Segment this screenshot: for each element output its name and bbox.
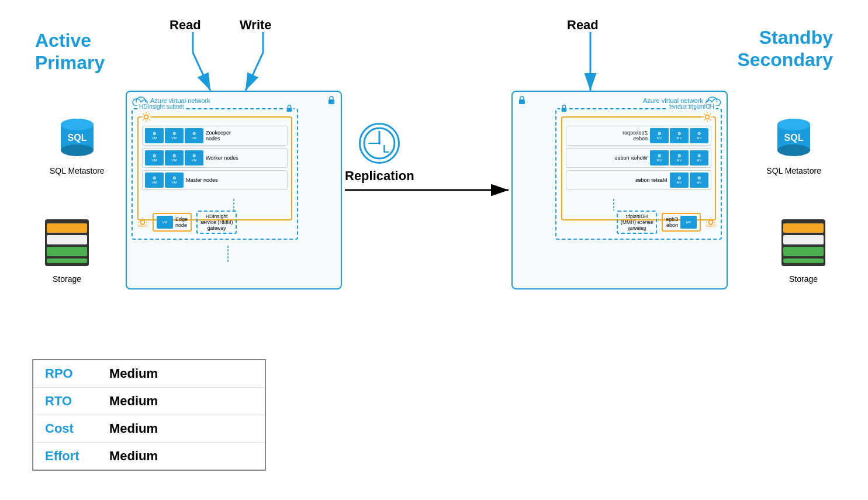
metrics-key-effort: Effort <box>45 449 92 464</box>
svg-rect-12 <box>47 235 87 244</box>
svg-point-7 <box>777 144 810 156</box>
replication-area: L Replication <box>345 123 414 184</box>
hdinsight-subnet-left-label: HDInsight subnet <box>137 104 186 110</box>
storage-icon-right <box>779 216 828 269</box>
metrics-val-rto: Medium <box>109 394 158 409</box>
metrics-table: RPO Medium RTO Medium Cost Medium Effort… <box>32 359 266 471</box>
sql-metastore-right: SQL SQL Metastore <box>766 114 821 175</box>
hadoop-icon-left: HADOOP <box>137 217 148 227</box>
sql-metastore-left-label: SQL Metastore <box>50 166 105 175</box>
metrics-key-rto: RTO <box>45 394 92 409</box>
svg-point-26 <box>144 115 148 119</box>
lock-icon-subnet-right <box>560 104 568 112</box>
svg-rect-11 <box>47 223 87 233</box>
zookeeper-label-left: Zookeepernodes <box>206 130 231 142</box>
standby-secondary-label: StandbySecondary <box>737 26 833 71</box>
svg-rect-18 <box>783 247 824 256</box>
svg-rect-17 <box>783 235 824 244</box>
clock-svg: L <box>362 126 397 161</box>
svg-rect-34 <box>562 108 567 112</box>
metrics-key-rpo: RPO <box>45 366 92 381</box>
svg-point-3 <box>61 119 94 130</box>
replication-label: Replication <box>345 168 414 184</box>
svg-rect-13 <box>47 247 87 256</box>
write-label-left: Write <box>240 18 272 33</box>
sql-icon-right: SQL <box>770 114 817 161</box>
metrics-row-effort: Effort Medium <box>33 443 265 470</box>
svg-text:SQL: SQL <box>67 133 87 143</box>
hdinsight-service-label-right: HDInsightservice (HMM)gateway <box>617 211 657 234</box>
svg-point-35 <box>706 115 710 119</box>
svg-rect-14 <box>47 258 87 263</box>
storage-left-label: Storage <box>42 274 92 284</box>
hdinsight-subnet-right-label: HDInsight subnet <box>668 104 716 110</box>
hadoop-icon-right: HADOOP <box>706 217 716 227</box>
storage-right: Storage <box>779 216 828 284</box>
master-nodes-label-right: Master nodes <box>635 177 668 183</box>
svg-rect-25 <box>287 108 292 112</box>
svg-point-2 <box>61 144 94 156</box>
svg-rect-16 <box>783 223 824 233</box>
svg-point-8 <box>777 119 810 130</box>
lock-icon-subnet-left <box>285 104 293 112</box>
gear-icon-cluster-right <box>702 112 713 122</box>
storage-right-label: Storage <box>779 274 828 284</box>
edge-node-label-left: Edgenode <box>175 216 188 228</box>
svg-text:SQL: SQL <box>784 133 804 143</box>
svg-rect-24 <box>328 99 334 104</box>
master-nodes-label-left: Master nodes <box>186 177 218 183</box>
svg-point-41 <box>378 142 381 144</box>
read-label-left: Read <box>170 18 201 33</box>
svg-text:L: L <box>383 143 389 155</box>
sql-icon-left: SQL <box>54 114 101 161</box>
worker-nodes-label-left: Worker nodes <box>206 155 238 161</box>
main-container: ActivePrimary StandbySecondary Read Writ… <box>0 0 868 500</box>
metrics-row-rpo: RPO Medium <box>33 360 265 388</box>
metrics-row-cost: Cost Medium <box>33 415 265 443</box>
read-label-right: Read <box>567 18 599 33</box>
lock-icon-right <box>517 95 527 105</box>
gear-icon-cluster-left <box>141 112 151 122</box>
svg-rect-19 <box>783 258 824 263</box>
metrics-val-rpo: Medium <box>109 366 158 381</box>
svg-rect-33 <box>519 99 525 104</box>
metrics-key-cost: Cost <box>45 421 92 436</box>
sql-metastore-right-label: SQL Metastore <box>766 166 821 175</box>
azure-vnet-right: Azure virtual network HDInsight subnet <box>511 91 728 289</box>
hdinsight-service-label-left: HDInsightservice (HMM)gateway <box>196 211 237 234</box>
worker-nodes-label-right: Worker nodes <box>615 155 648 161</box>
lock-icon-left <box>327 95 336 105</box>
azure-vnet-left: Azure virtual network HDInsight subnet <box>126 91 342 289</box>
storage-icon-left <box>42 216 92 269</box>
metrics-row-rto: RTO Medium <box>33 388 265 415</box>
svg-text:HADOOP: HADOOP <box>706 224 716 227</box>
storage-left: Storage <box>42 216 92 284</box>
svg-text:HADOOP: HADOOP <box>137 224 148 227</box>
sql-metastore-left: SQL SQL Metastore <box>50 114 105 175</box>
active-primary-label: ActivePrimary <box>35 29 105 74</box>
replication-clock: L <box>359 123 400 164</box>
edge-node-label-right: Edgenode <box>666 216 678 228</box>
metrics-val-cost: Medium <box>109 421 158 436</box>
zookeeper-label-right: Zookeepernodes <box>623 130 648 142</box>
metrics-val-effort: Medium <box>109 449 158 464</box>
